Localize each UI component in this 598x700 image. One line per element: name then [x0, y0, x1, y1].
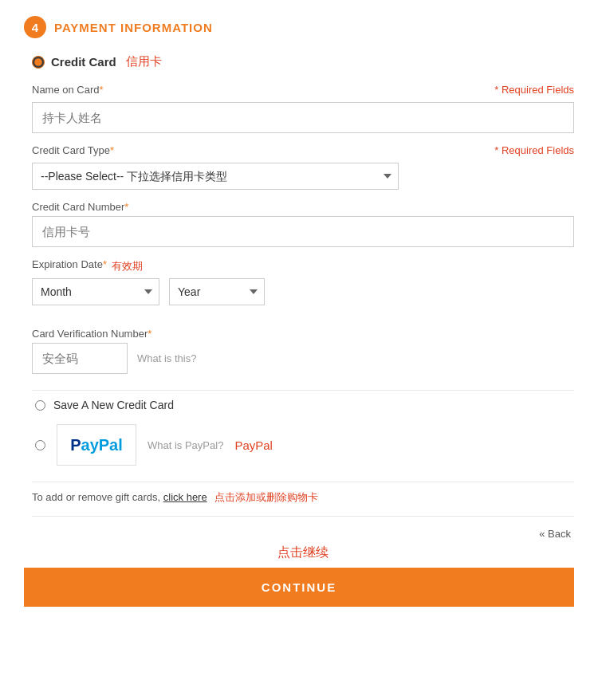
required-note-1: * Required Fields: [494, 84, 574, 96]
name-on-card-input[interactable]: [32, 102, 574, 133]
expiry-label: Expiration Date*: [32, 258, 107, 270]
month-select-wrapper: Month 01 02 03 04 05 06 07 08 09 10 11 1…: [32, 278, 159, 305]
credit-card-option[interactable]: Credit Card 信用卡: [32, 54, 574, 69]
continue-button-wrapper: CONTINUE: [24, 568, 574, 607]
continue-cn: 点击继续: [277, 545, 329, 561]
required-note-2: * Required Fields: [494, 144, 574, 156]
footer-actions: « Back 点击继续: [32, 528, 574, 568]
cvv-row: What is this?: [32, 343, 574, 374]
cvv-input[interactable]: [32, 343, 128, 374]
expiry-month-select[interactable]: Month 01 02 03 04 05 06 07 08 09 10 11 1…: [32, 278, 159, 305]
divider-1: [32, 390, 574, 391]
expiry-label-row: Expiration Date* 有效期: [32, 258, 574, 273]
number-label: Credit Card Number*: [32, 201, 574, 213]
credit-card-type-select[interactable]: --Please Select-- 下拉选择信用卡类型 Visa MasterC…: [32, 163, 399, 190]
credit-card-number-input[interactable]: [32, 216, 574, 247]
save-card-label: Save A New Credit Card: [53, 399, 174, 411]
step-badge: 4: [24, 16, 46, 38]
cvv-what-is-this[interactable]: What is this?: [137, 352, 196, 364]
back-link-row: « Back: [32, 528, 574, 540]
expiry-required-star: *: [103, 258, 107, 270]
cvv-label: Card Verification Number*: [32, 328, 574, 340]
type-required-star: *: [110, 144, 114, 156]
section-title: PAYMENT INFORMATION: [54, 21, 213, 34]
year-select-wrapper: Year 2024 2025 2026 2027 2028 2029 2030: [169, 278, 265, 305]
type-select-wrapper: --Please Select-- 下拉选择信用卡类型 Visa MasterC…: [32, 163, 399, 190]
cvv-required-star: *: [148, 328, 151, 340]
credit-card-radio[interactable]: [32, 56, 45, 69]
expiry-cn: 有效期: [112, 259, 143, 273]
save-card-row[interactable]: Save A New Credit Card: [32, 399, 574, 411]
paypal-radio[interactable]: [35, 440, 45, 450]
credit-card-label-cn: 信用卡: [126, 54, 162, 69]
type-label: Credit Card Type*: [32, 144, 114, 156]
credit-card-label: Credit Card: [51, 55, 116, 69]
divider-2: [32, 482, 574, 482]
gift-card-text: To add or remove gift cards,: [32, 491, 160, 503]
continue-button[interactable]: CONTINUE: [24, 568, 574, 607]
type-field-row: Credit Card Type* * Required Fields: [32, 144, 574, 159]
gift-card-cn: 点击添加或删除购物卡: [214, 491, 318, 503]
paypal-logo: P ayPal: [57, 424, 136, 466]
gift-card-link[interactable]: click here: [163, 491, 207, 503]
name-label: Name on Card*: [32, 84, 104, 96]
save-card-radio[interactable]: [35, 400, 45, 411]
paypal-what-is-this[interactable]: What is PayPal?: [148, 439, 223, 451]
back-link[interactable]: « Back: [539, 528, 571, 540]
gift-card-row: To add or remove gift cards, click here …: [32, 490, 574, 517]
number-required-star: *: [124, 201, 128, 213]
name-required-star: *: [100, 84, 104, 96]
name-field-row: Name on Card* * Required Fields: [32, 84, 574, 99]
expiry-row: Month 01 02 03 04 05 06 07 08 09 10 11 1…: [32, 278, 574, 317]
paypal-label-cn: PayPal: [234, 438, 273, 452]
expiry-year-select[interactable]: Year 2024 2025 2026 2027 2028 2029 2030: [169, 278, 265, 305]
paypal-row[interactable]: P ayPal What is PayPal? PayPal: [32, 424, 574, 466]
